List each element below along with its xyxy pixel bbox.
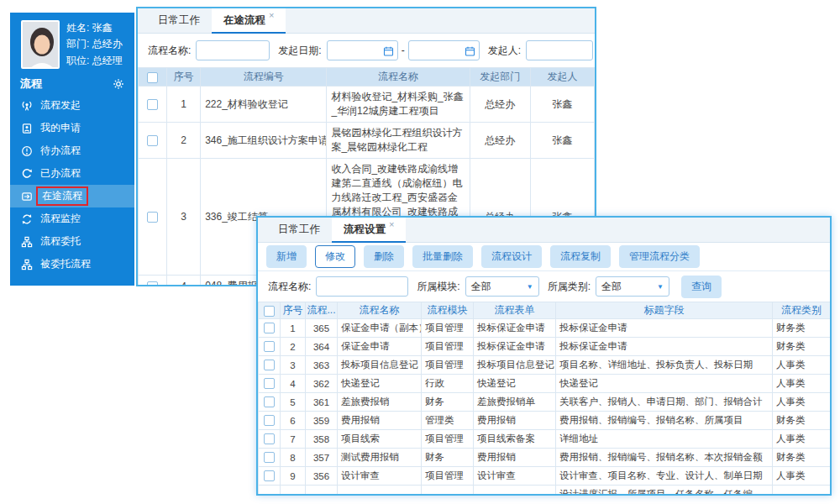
column-header[interactable]: 流程表单 — [474, 302, 556, 319]
table-row[interactable]: 5361差旅费报销财务差旅费报销单关联客户、报销人、申请日期、部门、报销合计人事… — [259, 393, 831, 412]
close-icon[interactable]: × — [269, 10, 274, 20]
sidebar-item-4[interactable]: 在途流程 — [10, 185, 134, 207]
w1-tab-daily-work[interactable]: 日常工作 — [146, 8, 212, 33]
app-canvas: 姓名: 张鑫 部门: 总经办 职位: 总经理 流程 流程发起我的申请待办流程已办… — [0, 0, 840, 504]
column-header[interactable]: 流程模块 — [422, 302, 474, 319]
sidebar-item-6[interactable]: 流程委托 — [10, 230, 134, 253]
query-button[interactable]: 查询 — [681, 276, 722, 298]
table-cell: 356 — [306, 467, 338, 486]
sidebar-item-2[interactable]: 待办流程 — [10, 139, 134, 162]
column-header[interactable]: 发起人 — [530, 68, 594, 87]
calendar-icon[interactable] — [465, 45, 475, 56]
row-checkbox[interactable] — [147, 99, 158, 110]
sidebar-item-label: 流程委托 — [40, 234, 81, 249]
table-cell: 财务 — [422, 393, 474, 412]
table-row[interactable]: 1365保证金申请（副本）项目管理投标保证金申请投标保证金申请财务类 — [259, 319, 831, 338]
table-cell: 7 — [281, 430, 306, 449]
column-header[interactable]: 流程名称 — [338, 302, 422, 319]
checkbox-cell — [259, 467, 281, 486]
table-row[interactable]: 1222_材料验收登记材料验收登记_材料采购_张鑫_华润12城房建工程项目总经办… — [139, 87, 595, 123]
table-row[interactable]: 2364保证金申请项目管理投标保证金申请投标保证金申请财务类 — [259, 338, 831, 356]
sidebar-item-label: 我的申请 — [40, 121, 81, 135]
column-header[interactable]: 序号 — [167, 68, 201, 87]
checkbox-cell — [139, 159, 167, 276]
edit-button[interactable]: 修改 — [315, 245, 355, 268]
table-cell: 项目管理 — [422, 356, 474, 375]
column-header[interactable]: 发起部门 — [470, 68, 530, 87]
table-row[interactable]: 3363投标项目信息登记项目管理投标项目信息登记项目名称、详细地址、投标负责人、… — [259, 356, 831, 375]
table-cell: 行政 — [422, 375, 474, 393]
row-checkbox[interactable] — [264, 470, 275, 481]
row-checkbox[interactable] — [264, 323, 275, 333]
manage-flow-category-button[interactable]: 管理流程分类 — [619, 245, 700, 268]
initiator-input[interactable] — [526, 40, 593, 60]
add-button[interactable]: 新增 — [266, 245, 307, 268]
gear-icon[interactable] — [113, 78, 124, 90]
batch-delete-button[interactable]: 批量删除 — [412, 245, 473, 268]
table-row[interactable]: 4362快递登记行政快递登记快递登记人事类 — [259, 375, 831, 393]
flow-name-input[interactable] — [196, 40, 270, 60]
table-cell: 346_施工组织设计方案申请 — [201, 123, 327, 159]
column-header[interactable]: 流程名称 — [327, 68, 470, 87]
sidebar-item-label: 在途流程 — [36, 186, 88, 206]
checkbox-cell — [139, 87, 167, 123]
select-all-checkbox[interactable] — [147, 72, 158, 83]
delete-button[interactable]: 删除 — [364, 245, 404, 268]
table-cell: 364 — [306, 338, 338, 356]
sidebar-item-3[interactable]: 已办流程 — [10, 162, 134, 185]
checkbox-cell — [259, 449, 281, 467]
start-date-to-input[interactable] — [408, 40, 480, 60]
row-checkbox[interactable] — [147, 281, 158, 286]
table-cell: 项目管理 — [422, 467, 474, 486]
w1-tab-in-transit-label: 在途流程 — [223, 13, 265, 28]
row-checkbox[interactable] — [147, 135, 158, 146]
sidebar-item-1[interactable]: 我的申请 — [10, 117, 134, 139]
row-checkbox[interactable] — [264, 415, 275, 426]
sidebar-item-5[interactable]: 流程监控 — [10, 207, 134, 230]
w2-tab-daily-work[interactable]: 日常工作 — [266, 218, 332, 242]
select-all-checkbox[interactable] — [264, 306, 275, 317]
row-checkbox[interactable] — [264, 341, 275, 352]
sidebar-item-label: 被委托流程 — [40, 257, 91, 271]
column-header[interactable]: 序号 — [281, 302, 306, 319]
w2-tab-flow-settings[interactable]: 流程设置 × — [332, 218, 406, 243]
column-header[interactable]: 流程类别 — [773, 302, 831, 319]
user-profile: 姓名: 张鑫 部门: 总经办 职位: 总经理 — [10, 13, 134, 73]
calendar-icon[interactable] — [383, 45, 394, 56]
flow-name-input[interactable] — [316, 276, 408, 297]
row-checkbox[interactable] — [264, 396, 275, 407]
flow-copy-button[interactable]: 流程复制 — [550, 245, 611, 268]
table-row[interactable]: 9356设计审查项目管理设计审查设计审查、项目名称、专业、设计人、制单日期人事类 — [259, 467, 831, 486]
table-cell: 费用报销 — [474, 412, 556, 430]
column-header[interactable]: 流程编号 — [201, 68, 327, 87]
table-cell: 保证金申请（副本） — [338, 319, 422, 338]
row-checkbox[interactable] — [264, 360, 275, 370]
module-select[interactable]: 全部 ▼ — [465, 276, 539, 297]
table-cell: 3 — [281, 356, 306, 375]
row-checkbox[interactable] — [147, 212, 158, 223]
sidebar-item-7[interactable]: 被委托流程 — [10, 253, 134, 276]
table-row[interactable]: 6359费用报销管理类费用报销费用报销、报销编号、报销名称、所属项目财务类 — [259, 412, 831, 430]
chevron-down-icon: ▼ — [527, 283, 533, 291]
table-cell: 人事类 — [773, 393, 831, 412]
row-checkbox[interactable] — [264, 378, 275, 389]
table-cell: 投标保证金申请 — [556, 338, 773, 356]
flow-design-button[interactable]: 流程设计 — [481, 245, 542, 268]
close-icon[interactable]: × — [389, 219, 394, 229]
table-row[interactable]: 7358项目线索项目管理项目线索备案详细地址人事类 — [259, 430, 831, 449]
table-row[interactable]: 8357测试费用报销财务费用报销费用报销、报销编号、报销名称、本次报销金额财务类 — [259, 449, 831, 467]
row-checkbox[interactable] — [264, 433, 275, 444]
start-date-from-input[interactable] — [327, 40, 398, 60]
table-cell: 费用报销 — [474, 449, 556, 467]
window-flow-settings: 日常工作 流程设置 × 新增 修改 删除 批量删除 流程设计 流程复制 管理流程… — [256, 216, 832, 496]
row-checkbox[interactable] — [264, 452, 275, 463]
column-header[interactable]: 标题字段 — [556, 302, 773, 319]
w1-tab-in-transit[interactable]: 在途流程 × — [212, 8, 286, 34]
table-cell: 差旅费报销单 — [474, 393, 556, 412]
table-cell: 8 — [281, 449, 306, 467]
table-row[interactable]: 10355设计进度汇报项目管理设计进度汇报设计进度汇报、所属项目、任务名称、任务… — [259, 486, 831, 496]
table-row[interactable]: 2346_施工组织设计方案申请晨铭园林绿化工程组织设计方案_晨铭园林绿化工程总经… — [139, 123, 595, 159]
sidebar-item-0[interactable]: 流程发起 — [10, 94, 134, 117]
category-select[interactable]: 全部 ▼ — [596, 276, 669, 297]
column-header[interactable]: 流程... — [306, 302, 338, 319]
